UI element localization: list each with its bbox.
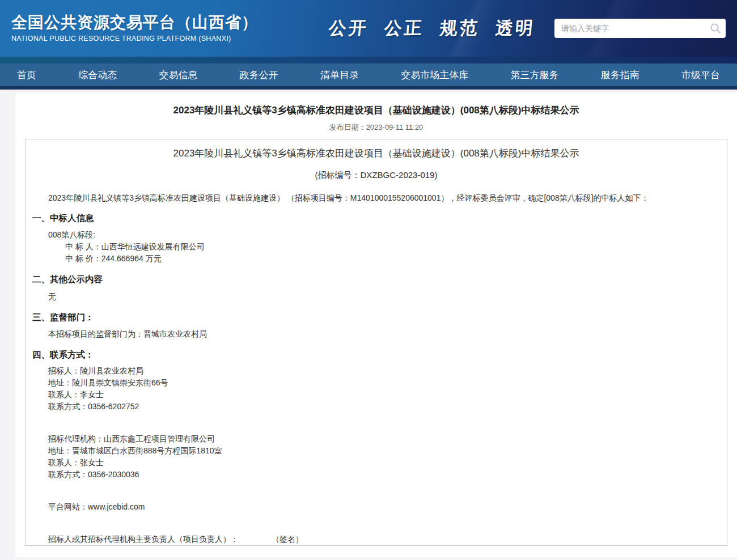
tender-code: (招标编号：DXZBGC-2023-019) (30, 170, 722, 181)
nav-item-home[interactable]: 首页 (17, 69, 36, 82)
section-2-heading: 二、其他公示内容 (30, 274, 722, 285)
nav-item-list-catalog[interactable]: 清单目录 (320, 69, 359, 82)
search-box (554, 19, 726, 38)
agency-phone: 联系方式：0356-2030036 (30, 469, 722, 481)
nav-item-trade-info[interactable]: 交易信息 (159, 69, 198, 82)
nav-item-city-platform[interactable]: 市级平台 (681, 69, 720, 82)
tenderer-name: 招标人：陵川县农业农村局 (30, 365, 722, 377)
search-input[interactable] (554, 19, 726, 38)
section-1-heading: 一、中标人信息 (30, 213, 722, 224)
signature-leader-suffix: （签名） (272, 534, 303, 544)
main-nav: 首页 综合动态 交易信息 政务公开 清单目录 交易市场主体库 第三方服务 服务指… (0, 63, 737, 86)
page-body: 2023年陵川县礼义镇等3乡镇高标准农田建设项目（基础设施建设）(008第八标段… (0, 90, 737, 557)
nav-item-market-entities[interactable]: 交易市场主体库 (401, 69, 468, 82)
signature-leader-line: 招标人或其招标代理机构主要负责人（项目负责人）：（签名） (30, 533, 722, 545)
slogan-word: 公正 (383, 16, 425, 40)
site-subtitle: NATIONAL PUBLIC RESOURCE TRADING PLATFOR… (11, 35, 258, 43)
price-line: 中 标 价：244.666964 万元 (30, 253, 722, 265)
section-3-content: 本招标项目的监督部门为：晋城市农业农村局 (30, 328, 722, 340)
section-2-content: 无 (30, 291, 722, 303)
content-panel: 2023年陵川县礼义镇等3乡镇高标准农田建设项目（基础设施建设）(008第八标段… (15, 93, 737, 557)
nav-item-service-guide[interactable]: 服务指南 (601, 69, 639, 82)
section-4-heading: 四、联系方式： (30, 349, 722, 360)
site-title: 全国公共资源交易平台（山西省） (11, 15, 258, 31)
slogan-word: 公开 (328, 16, 370, 40)
nav-item-gov-disclosure[interactable]: 政务公开 (240, 69, 278, 82)
agency-contact: 联系人：张女士 (30, 457, 722, 469)
agency-contact-block: 招标代理机构：山西东鑫工程项目管理有限公司 地址：晋城市城区白水西街888号方程… (30, 433, 722, 481)
tenderer-address: 地址：陵川县崇文镇崇安东街66号 (30, 377, 722, 389)
tenderer-phone: 联系方式：0356-6202752 (30, 401, 722, 413)
doc-intro: 2023年陵川县礼义镇等3乡镇高标准农田建设项目（基础设施建设） （招标项目编号… (30, 192, 722, 203)
doc-title: 2023年陵川县礼义镇等3乡镇高标准农田建设项目（基础设施建设）(008第八标段… (30, 147, 722, 160)
agency-address: 地址：晋城市城区白水西街888号方程国际1810室 (30, 445, 722, 457)
slogan-word: 透明 (494, 16, 536, 40)
slogan-banner: 公开 公正 规范 透明 (329, 16, 535, 40)
article-title: 2023年陵川县礼义镇等3乡镇高标准农田建设项目（基础设施建设）(008第八标段… (15, 104, 737, 117)
site-logo: 全国公共资源交易平台（山西省） NATIONAL PUBLIC RESOURCE… (11, 15, 258, 43)
winner-line: 中 标 人：山西华恒远建设发展有限公司 (30, 241, 722, 253)
signature-org-line: 招标人或其招标代理机构：（盖章） (30, 545, 722, 546)
lot-line: 008第八标段: (30, 229, 722, 241)
platform-website: 平台网站：www.jcebid.com (30, 501, 722, 513)
tenderer-contact-block: 招标人：陵川县农业农村局 地址：陵川县崇文镇崇安东街66号 联系人：李女士 联系… (30, 365, 722, 413)
header-divider-band (0, 57, 737, 63)
nav-item-third-party[interactable]: 第三方服务 (511, 69, 559, 82)
nav-item-news[interactable]: 综合动态 (78, 69, 117, 82)
search-icon[interactable] (710, 23, 721, 34)
tenderer-contact: 联系人：李女士 (30, 389, 722, 401)
signature-leader-label: 招标人或其招标代理机构主要负责人（项目负责人）： (48, 534, 239, 544)
publish-date: 发布日期：2023-09-11 11:20 (15, 122, 737, 133)
signature-block: 招标人或其招标代理机构主要负责人（项目负责人）：（签名） 招标人或其招标代理机构… (30, 533, 722, 546)
slogan-word: 规范 (439, 16, 481, 40)
section-3-heading: 三、监督部门： (30, 312, 722, 323)
agency-name: 招标代理机构：山西东鑫工程项目管理有限公司 (30, 433, 722, 445)
site-header: 全国公共资源交易平台（山西省） NATIONAL PUBLIC RESOURCE… (0, 0, 737, 57)
announcement-box: 2023年陵川县礼义镇等3乡镇高标准农田建设项目（基础设施建设）(008第八标段… (25, 139, 727, 546)
